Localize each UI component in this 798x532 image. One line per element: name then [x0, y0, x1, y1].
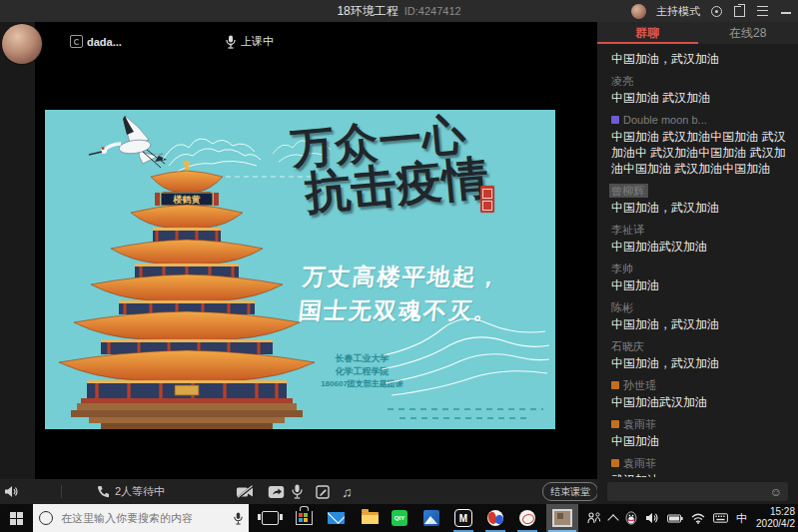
menu-icon[interactable]: [756, 5, 769, 18]
minimize-icon[interactable]: [779, 5, 792, 18]
tray-expand-chevron-icon[interactable]: [605, 504, 621, 532]
tray-network-icon[interactable]: [687, 504, 709, 532]
tray-keyboard-icon[interactable]: [709, 504, 732, 532]
taskbar-app-explorer[interactable]: [354, 504, 386, 532]
cortana-icon: [39, 511, 53, 525]
windows-logo-icon: [10, 512, 23, 525]
chat-author: 陈彬: [611, 300, 792, 314]
edit-annotate-button[interactable]: [316, 479, 330, 504]
presenter-avatar[interactable]: [2, 24, 42, 64]
clock-date: 2020/4/2: [756, 518, 795, 530]
chat-author-name: 曾柳辉: [611, 184, 644, 198]
taskbar-search[interactable]: [33, 504, 249, 532]
chat-author-name: 凌亮: [611, 74, 633, 88]
phone-icon: [97, 485, 110, 498]
class-title: 18环境工程: [337, 3, 398, 20]
chat-author: 李帅: [611, 262, 792, 275]
search-input[interactable]: [59, 511, 228, 525]
microphone-icon: [226, 35, 236, 49]
search-mic-icon[interactable]: [234, 512, 243, 525]
taskbar-app-mgtv[interactable]: M: [447, 504, 479, 532]
record-icon[interactable]: [710, 5, 723, 18]
task-view-icon: [262, 511, 279, 525]
chat-author-name: 石晓庆: [611, 339, 644, 353]
tower-plaque-text: 楼鹤黄: [173, 195, 201, 205]
taskbar-app-meeting[interactable]: [479, 504, 511, 532]
host-mode-label[interactable]: 主持模式: [656, 4, 700, 19]
chat-message: 陈彬中国加油，武汉加油: [611, 300, 792, 332]
chat-message: 孙世瑶中国加油武汉加油: [611, 378, 792, 410]
chat-message: 曾柳辉中国加油，武汉加油: [611, 184, 792, 216]
taskbar-clock[interactable]: 15:28 2020/4/2: [751, 506, 798, 530]
chat-message-text: 武汉加油: [611, 472, 792, 477]
taskbar-app-iqiyi[interactable]: QIY: [384, 504, 415, 532]
class-id: ID:4247412: [404, 5, 461, 17]
presenter-badge-icon: [70, 35, 83, 48]
chat-message-text: 中国加油，武汉加油: [611, 51, 792, 67]
taskbar-app-circle[interactable]: [511, 504, 543, 532]
speaker-icon[interactable]: [4, 479, 19, 504]
chat-message: 石晓庆中国加油，武汉加油: [611, 339, 792, 371]
ime-language-indicator[interactable]: 中: [732, 504, 751, 532]
system-tray: 中 15:28 2020/4/2: [583, 504, 798, 532]
mail-icon: [328, 512, 345, 524]
microphone-button[interactable]: [292, 479, 303, 504]
windows-taskbar: QIY M 中: [0, 504, 798, 532]
clock-time: 15:28: [756, 506, 795, 518]
author-badge-icon: [611, 381, 619, 389]
chat-author-name: 袁雨菲: [623, 456, 656, 470]
chat-message-list[interactable]: 中国加油，武汉加油凌亮中国加油 武汉加油Double moon b...中国加油…: [597, 44, 798, 477]
music-button[interactable]: ♫: [342, 479, 353, 504]
chat-message: 李祉译中国加油武汉加油: [611, 223, 792, 255]
music-note-icon: ♫: [342, 484, 353, 500]
task-view-button[interactable]: [254, 504, 286, 532]
chat-message-text: 中国加油: [611, 277, 792, 293]
popout-icon[interactable]: [733, 5, 746, 18]
end-class-button[interactable]: 结束课堂: [542, 482, 598, 501]
tab-online-members[interactable]: 在线28: [698, 22, 798, 44]
author-badge-icon: [611, 116, 619, 124]
chat-message: 袁雨菲中国加油: [611, 417, 792, 449]
classroom-app-icon: [552, 509, 572, 527]
tab-group-chat[interactable]: 群聊: [597, 22, 698, 44]
meeting-app-icon: [487, 510, 503, 526]
taskbar-app-mail[interactable]: [320, 504, 352, 532]
tray-people-icon[interactable]: [583, 504, 605, 532]
taskbar-app-classroom-active[interactable]: [546, 504, 578, 532]
yellow-crane-tower-illustration: 楼鹤黄: [57, 158, 317, 429]
app-window: 18环境工程 ID:4247412 主持模式 dada... 上课中: [0, 0, 798, 532]
chat-panel: 群聊 在线28 中国加油，武汉加油凌亮中国加油 武汉加油Double moon …: [597, 22, 798, 504]
taskbar-app-store[interactable]: [288, 504, 320, 532]
hand-raise-queue-button[interactable]: 2人等待中: [97, 479, 165, 504]
author-badge-icon: [611, 459, 619, 467]
photos-icon: [423, 510, 439, 526]
chat-message: 中国加油，武汉加油: [611, 51, 792, 67]
slogan-line1: 万丈高楼平地起，: [301, 260, 555, 293]
tray-battery-icon[interactable]: [663, 504, 687, 532]
class-toolbar: 2人等待中 ♫ 结束课堂: [0, 479, 597, 504]
chat-author-name: 李祉译: [611, 223, 644, 237]
start-button[interactable]: [0, 504, 33, 532]
taskbar-app-photos[interactable]: [415, 504, 447, 532]
chat-message: 凌亮中国加油 武汉加油: [611, 74, 792, 106]
chat-message-text: 中国加油，武汉加油: [611, 200, 792, 216]
iqiyi-icon: QIY: [392, 510, 407, 526]
chat-author-name: Double moon b...: [623, 113, 707, 127]
chat-message-text: 中国加油，武汉加油: [611, 316, 792, 332]
tray-volume-icon[interactable]: [641, 504, 663, 532]
chat-message: 李帅中国加油: [611, 262, 792, 293]
mgtv-icon: M: [454, 509, 472, 527]
screen-share-button[interactable]: [268, 479, 285, 504]
emoji-icon[interactable]: ☺: [770, 486, 782, 498]
camera-off-button[interactable]: [236, 479, 255, 504]
chat-author-name: 袁雨菲: [623, 417, 656, 431]
chat-message-text: 中国加油武汉加油: [611, 394, 792, 410]
left-sidebar: [0, 22, 35, 479]
chat-author: 孙世瑶: [611, 378, 792, 392]
class-status-label: 上课中: [241, 34, 274, 49]
chat-author: 曾柳辉: [611, 184, 792, 198]
waves-lineart-icon: [380, 309, 551, 425]
user-avatar[interactable]: [631, 4, 646, 19]
chat-input[interactable]: ☺: [607, 482, 788, 501]
tray-qq-icon[interactable]: [621, 504, 641, 532]
